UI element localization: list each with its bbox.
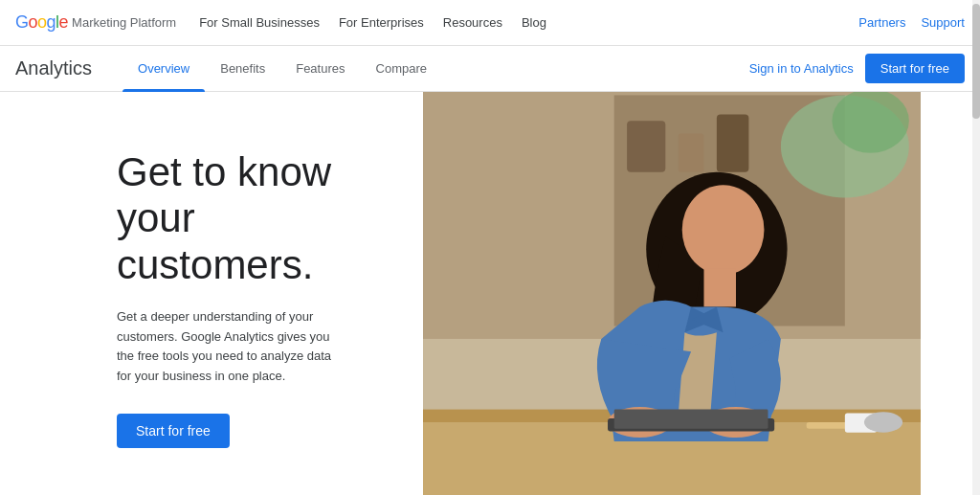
tab-compare[interactable]: Compare: [361, 46, 442, 92]
product-name: Analytics: [15, 57, 92, 79]
svg-point-11: [682, 185, 765, 275]
svg-rect-3: [627, 121, 665, 172]
tab-benefits[interactable]: Benefits: [205, 46, 280, 92]
sign-in-link[interactable]: Sign in to Analytics: [749, 61, 854, 76]
svg-point-19: [864, 412, 902, 432]
partners-link[interactable]: Partners: [858, 15, 905, 30]
hero-image: [423, 92, 921, 495]
resources-link[interactable]: Resources: [443, 15, 502, 30]
svg-rect-5: [717, 114, 748, 171]
secondary-navigation: Analytics Overview Benefits Features Com…: [0, 46, 980, 92]
tab-overview[interactable]: Overview: [122, 46, 205, 92]
svg-rect-12: [703, 268, 735, 306]
hero-text: Get to know your customers. Get a deeper…: [59, 92, 423, 495]
hero-heading: Get to know your customers.: [117, 149, 385, 288]
for-small-businesses-link[interactable]: For Small Businesses: [199, 15, 320, 30]
google-logo: Google: [15, 12, 68, 33]
nav-tabs: Overview Benefits Features Compare: [122, 46, 442, 92]
start-free-button-header[interactable]: Start for free: [865, 54, 965, 83]
hero-description: Get a deeper understanding of your custo…: [117, 307, 346, 387]
for-enterprises-link[interactable]: For Enterprises: [339, 15, 424, 30]
platform-label: Marketing Platform: [72, 15, 176, 30]
hero-section: Get to know your customers. Get a deeper…: [0, 92, 980, 495]
logo-area: Google Marketing Platform: [15, 12, 176, 33]
tab-features[interactable]: Features: [280, 46, 360, 92]
hero-inner: Get to know your customers. Get a deeper…: [59, 92, 921, 495]
scrollbar[interactable]: [972, 0, 980, 495]
top-navigation: Google Marketing Platform For Small Busi…: [0, 0, 980, 46]
start-free-button-hero[interactable]: Start for free: [117, 414, 230, 448]
top-nav-right: Partners Support: [858, 15, 965, 30]
hero-image-area: [423, 92, 921, 495]
svg-rect-16: [614, 410, 768, 429]
support-link[interactable]: Support: [921, 15, 965, 30]
secondary-nav-right: Sign in to Analytics Start for free: [749, 54, 965, 83]
blog-link[interactable]: Blog: [522, 15, 546, 30]
top-nav-links: For Small Businesses For Enterprises Res…: [199, 15, 858, 30]
scroll-thumb[interactable]: [972, 4, 980, 119]
svg-rect-4: [679, 134, 704, 172]
